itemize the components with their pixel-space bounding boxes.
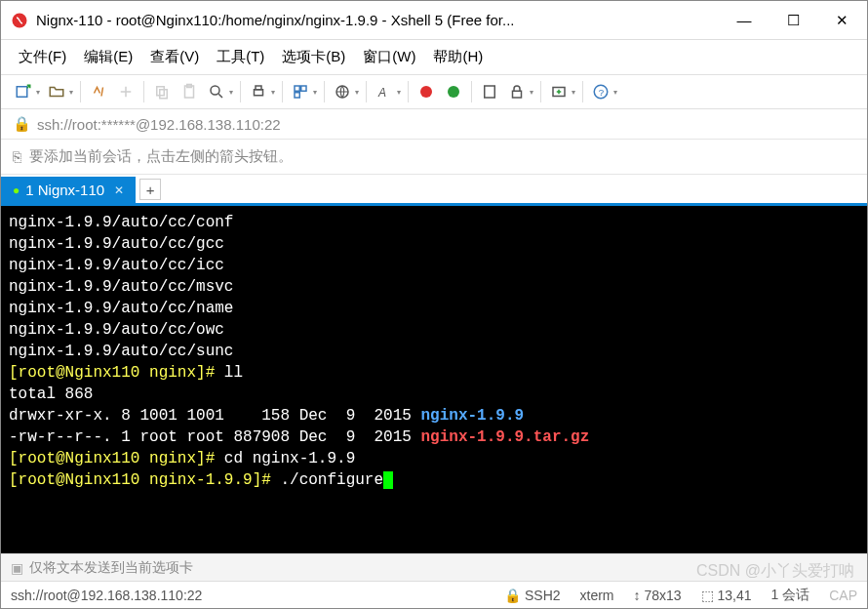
svg-text:?: ? — [599, 87, 605, 98]
properties-icon[interactable] — [288, 79, 313, 104]
svg-rect-17 — [513, 91, 522, 98]
svg-rect-11 — [295, 93, 299, 98]
command: cd nginx-1.9.9 — [224, 450, 355, 467]
ls-perms: drwxr-xr-x. 8 1001 1001 158 Dec 9 2015 — [9, 407, 420, 425]
ls-perms: -rw-r--r--. 1 root root 887908 Dec 9 201… — [9, 428, 420, 446]
reconnect-icon[interactable] — [86, 79, 111, 104]
status-connection: ssh://root@192.168.138.110:22 — [11, 588, 202, 603]
command: ll — [224, 364, 243, 382]
menu-window[interactable]: 窗口(W) — [359, 46, 419, 68]
separator — [80, 81, 81, 102]
input-bar[interactable]: ▣ 仅将文本发送到当前选项卡 — [1, 553, 867, 581]
maximize-button[interactable]: ☐ — [777, 9, 809, 32]
status-cap: CAP — [829, 588, 857, 603]
broadcast-icon[interactable]: ▣ — [11, 560, 23, 576]
separator — [366, 81, 367, 102]
menubar: 文件(F) 编辑(E) 查看(V) 工具(T) 选项卡(B) 窗口(W) 帮助(… — [1, 40, 867, 74]
terminal-line: nginx-1.9.9/auto/cc/conf — [9, 214, 233, 231]
dropdown-arrow-icon[interactable]: ▾ — [355, 88, 359, 97]
dropdown-arrow-icon[interactable]: ▾ — [530, 88, 533, 97]
titlebar: Nignx-110 - root@Nginx110:/home/nginx/ng… — [1, 1, 867, 40]
menu-help[interactable]: 帮助(H) — [429, 46, 487, 68]
status-term: xterm — [580, 588, 614, 603]
address-text: ssh://root:******@192.168.138.110:22 — [37, 116, 281, 133]
tab-close-icon[interactable]: ✕ — [114, 183, 124, 197]
svg-point-6 — [211, 86, 219, 95]
menu-edit[interactable]: 编辑(E) — [80, 46, 137, 68]
status-size: ↕ 78x13 — [634, 588, 682, 603]
terminal[interactable]: nginx-1.9.9/auto/cc/conf nginx-1.9.9/aut… — [1, 206, 867, 553]
script-icon[interactable] — [477, 79, 502, 104]
menu-tabs[interactable]: 选项卡(B) — [278, 46, 349, 68]
toolbar: ▾ ▾ ▾ ▾ ▾ ▾ A ▾ ▾ ▾ ? ▾ — [1, 74, 867, 109]
open-icon[interactable] — [44, 79, 69, 104]
xftp-icon[interactable] — [441, 79, 466, 104]
window-title: Nignx-110 - root@Nginx110:/home/nginx/ng… — [36, 12, 729, 28]
terminal-line: nginx-1.9.9/auto/cc/sunc — [9, 343, 233, 360]
svg-point-15 — [448, 86, 459, 98]
menu-file[interactable]: 文件(F) — [15, 46, 70, 68]
dropdown-arrow-icon[interactable]: ▾ — [271, 88, 275, 97]
new-session-icon[interactable] — [11, 79, 36, 104]
separator — [540, 81, 541, 102]
copy-icon[interactable] — [149, 79, 175, 104]
archive-name: nginx-1.9.9.tar.gz — [420, 428, 589, 446]
session-tab[interactable]: ● 1 Nignx-110 ✕ — [1, 177, 136, 203]
help-icon[interactable]: ? — [588, 79, 613, 104]
close-button[interactable]: ✕ — [826, 9, 857, 32]
lock-icon[interactable] — [504, 79, 530, 104]
dropdown-arrow-icon[interactable]: ▾ — [572, 88, 575, 97]
prompt: [root@Nginx110 nginx]# — [9, 450, 224, 467]
svg-rect-9 — [295, 86, 299, 91]
separator — [582, 81, 583, 102]
find-icon[interactable] — [204, 79, 229, 104]
separator — [240, 81, 241, 102]
status-proto: 🔒 SSH2 — [504, 588, 560, 603]
separator — [408, 81, 409, 102]
dir-name: nginx-1.9.9 — [420, 407, 524, 425]
svg-point-14 — [420, 86, 432, 98]
svg-rect-8 — [256, 86, 261, 90]
svg-rect-10 — [301, 86, 306, 91]
separator — [324, 81, 325, 102]
input-hint: 仅将文本发送到当前选项卡 — [29, 559, 193, 577]
separator — [143, 81, 144, 102]
separator — [471, 81, 472, 102]
hint-text: 要添加当前会话，点击左侧的箭头按钮。 — [29, 147, 293, 166]
font-icon[interactable]: A — [372, 79, 397, 104]
svg-rect-1 — [17, 87, 27, 98]
dropdown-arrow-icon[interactable]: ▾ — [36, 88, 40, 97]
menu-tools[interactable]: 工具(T) — [213, 46, 268, 68]
xshell-icon[interactable] — [414, 79, 439, 104]
command: ./configure — [280, 471, 383, 489]
minimize-button[interactable]: — — [729, 9, 760, 32]
svg-rect-7 — [255, 90, 263, 96]
new-tab-icon[interactable] — [546, 79, 572, 104]
dropdown-arrow-icon[interactable]: ▾ — [69, 88, 73, 97]
cursor — [383, 471, 393, 489]
print-icon[interactable] — [246, 79, 271, 104]
hintbar: ⎘ 要添加当前会话，点击左侧的箭头按钮。 — [1, 140, 867, 175]
prompt: [root@Nginx110 nginx]# — [9, 364, 224, 382]
globe-icon[interactable] — [330, 79, 355, 104]
dropdown-arrow-icon[interactable]: ▾ — [229, 88, 233, 97]
terminal-line: nginx-1.9.9/auto/cc/owc — [9, 321, 224, 339]
status-session: 1 会话 — [771, 587, 810, 604]
app-icon — [11, 12, 28, 29]
prompt: [root@Nginx110 nginx-1.9.9]# — [9, 471, 280, 489]
svg-text:A: A — [377, 86, 386, 100]
dropdown-arrow-icon[interactable]: ▾ — [397, 88, 401, 97]
disconnect-icon[interactable] — [113, 79, 138, 104]
terminal-line: nginx-1.9.9/auto/cc/gcc — [9, 235, 224, 253]
dropdown-arrow-icon[interactable]: ▾ — [613, 88, 617, 97]
addressbar[interactable]: 🔒 ssh://root:******@192.168.138.110:22 — [1, 109, 867, 140]
dropdown-arrow-icon[interactable]: ▾ — [313, 88, 317, 97]
arrow-icon[interactable]: ⎘ — [13, 148, 21, 165]
paste-icon[interactable] — [177, 79, 202, 104]
menu-view[interactable]: 查看(V) — [146, 46, 203, 68]
tab-add-button[interactable]: + — [139, 179, 161, 200]
status-pos: ⬚ 13,41 — [701, 588, 752, 603]
status-dot-icon: ● — [13, 183, 20, 197]
statusbar: ssh://root@192.168.138.110:22 🔒 SSH2 xte… — [1, 581, 867, 608]
separator — [282, 81, 283, 102]
